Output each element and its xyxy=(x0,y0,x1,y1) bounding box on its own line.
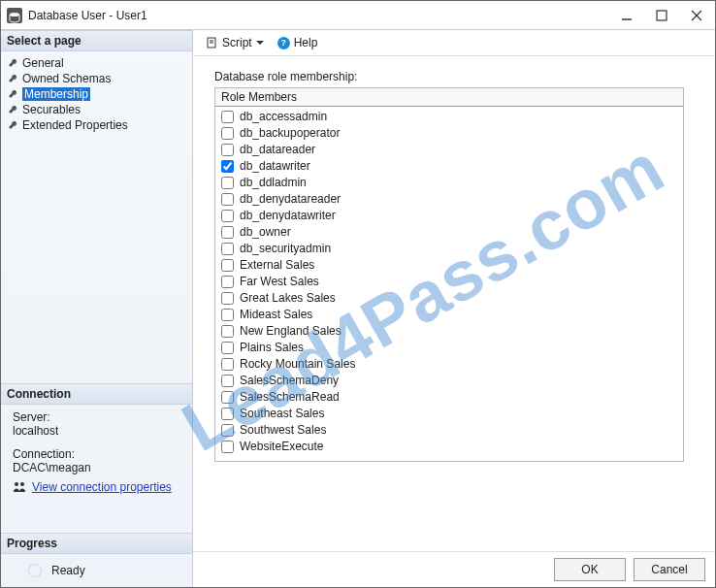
connection-label: Connection: xyxy=(13,447,184,461)
dialog-footer: OK Cancel xyxy=(193,551,715,587)
help-button[interactable]: ? Help xyxy=(274,34,322,51)
svg-point-5 xyxy=(15,482,18,486)
role-label: db_denydatawriter xyxy=(240,208,336,224)
role-checkbox[interactable] xyxy=(221,441,234,453)
cancel-button[interactable]: Cancel xyxy=(634,558,705,581)
role-row[interactable]: db_ddladmin xyxy=(219,175,679,191)
role-row[interactable]: Far West Sales xyxy=(219,274,679,290)
role-checkbox[interactable] xyxy=(221,276,234,288)
role-checkbox[interactable] xyxy=(221,325,234,338)
role-checkbox[interactable] xyxy=(221,358,234,371)
role-checkbox[interactable] xyxy=(221,243,234,255)
role-label: db_backupoperator xyxy=(240,125,340,142)
wrench-icon xyxy=(9,120,18,130)
role-row[interactable]: Plains Sales xyxy=(219,340,679,356)
view-connection-properties-link[interactable]: View connection properties xyxy=(32,480,172,494)
role-label: db_ddladmin xyxy=(240,175,307,191)
role-checkbox[interactable] xyxy=(221,193,234,206)
pages-section-title: Select a page xyxy=(1,30,192,51)
progress-panel: Ready xyxy=(1,554,192,587)
role-label: New England Sales xyxy=(240,323,342,340)
script-button[interactable]: Script xyxy=(203,34,268,51)
role-label: SalesSchemaRead xyxy=(240,389,340,406)
progress-section-title: Progress xyxy=(1,533,192,554)
role-row[interactable]: db_datareader xyxy=(219,142,679,158)
page-item-label: Securables xyxy=(22,103,81,116)
role-checkbox[interactable] xyxy=(221,408,234,420)
role-row[interactable]: Rocky Mountain Sales xyxy=(219,356,679,373)
role-label: WebsiteExecute xyxy=(240,439,324,455)
role-label: Rocky Mountain Sales xyxy=(240,356,355,373)
dialog-body: Select a page GeneralOwned SchemasMember… xyxy=(1,30,715,587)
server-value: localhost xyxy=(13,424,184,438)
progress-spinner-icon xyxy=(28,564,42,577)
role-label: db_denydatareader xyxy=(240,191,341,208)
page-item-label: Membership xyxy=(22,87,90,101)
sidebar: Select a page GeneralOwned SchemasMember… xyxy=(1,30,193,587)
page-item-extended-properties[interactable]: Extended Properties xyxy=(7,117,186,133)
role-checkbox[interactable] xyxy=(221,375,234,387)
window-title: Database User - User1 xyxy=(28,9,618,22)
role-checkbox[interactable] xyxy=(221,342,234,354)
pages-list: GeneralOwned SchemasMembershipSecurables… xyxy=(1,51,192,143)
role-row[interactable]: Great Lakes Sales xyxy=(219,290,679,307)
connection-section-title: Connection xyxy=(1,383,192,405)
wrench-icon xyxy=(9,74,18,83)
content-area: Database role membership: Role Members d… xyxy=(193,56,715,551)
page-item-securables[interactable]: Securables xyxy=(7,102,186,117)
role-row[interactable]: db_securityadmin xyxy=(219,241,679,257)
role-checkbox[interactable] xyxy=(221,144,234,156)
maximize-button[interactable] xyxy=(653,7,670,24)
role-checkbox[interactable] xyxy=(221,160,234,173)
role-list-header: Role Members xyxy=(214,87,684,107)
role-row[interactable]: Southeast Sales xyxy=(219,406,679,422)
role-list: Role Members db_accessadmindb_backupoper… xyxy=(214,87,684,462)
role-checkbox[interactable] xyxy=(221,424,234,437)
page-item-owned-schemas[interactable]: Owned Schemas xyxy=(7,71,186,86)
role-label: db_datareader xyxy=(240,142,315,158)
role-row[interactable]: db_denydatawriter xyxy=(219,208,679,224)
role-row[interactable]: db_datawriter xyxy=(219,158,679,175)
role-label: db_datawriter xyxy=(240,158,310,175)
role-checkbox[interactable] xyxy=(221,177,234,189)
role-checkbox[interactable] xyxy=(221,127,234,140)
role-checkbox[interactable] xyxy=(221,391,234,404)
role-row[interactable]: db_backupoperator xyxy=(219,125,679,142)
minimize-button[interactable] xyxy=(618,7,635,24)
role-row[interactable]: db_owner xyxy=(219,224,679,241)
role-row[interactable]: Southwest Sales xyxy=(219,422,679,439)
role-label: db_securityadmin xyxy=(240,241,331,257)
role-row[interactable]: External Sales xyxy=(219,257,679,274)
role-row[interactable]: Mideast Sales xyxy=(219,307,679,323)
dialog-window: Database User - User1 Select a page Gene… xyxy=(0,0,716,588)
role-checkbox[interactable] xyxy=(221,210,234,222)
ok-button[interactable]: OK xyxy=(554,558,626,581)
toolbar: Script ? Help xyxy=(193,30,715,56)
role-label: Southwest Sales xyxy=(240,422,326,439)
chevron-down-icon xyxy=(256,39,264,47)
titlebar: Database User - User1 xyxy=(1,1,715,30)
script-label: Script xyxy=(222,36,252,49)
role-row[interactable]: db_accessadmin xyxy=(219,109,679,125)
role-label: Far West Sales xyxy=(240,274,319,290)
connection-value: DCAC\meagan xyxy=(13,461,184,474)
close-button[interactable] xyxy=(688,7,705,24)
progress-status: Ready xyxy=(51,564,85,577)
role-row[interactable]: db_denydatareader xyxy=(219,191,679,208)
role-checkbox[interactable] xyxy=(221,226,234,239)
wrench-icon xyxy=(9,89,18,99)
role-row[interactable]: SalesSchemaDeny xyxy=(219,373,679,389)
script-icon xyxy=(207,37,218,49)
role-row[interactable]: New England Sales xyxy=(219,323,679,340)
wrench-icon xyxy=(9,58,18,68)
role-checkbox[interactable] xyxy=(221,111,234,123)
role-row[interactable]: WebsiteExecute xyxy=(219,439,679,455)
svg-point-0 xyxy=(10,13,19,16)
role-checkbox[interactable] xyxy=(221,259,234,272)
role-row[interactable]: SalesSchemaRead xyxy=(219,389,679,406)
help-label: Help xyxy=(294,36,318,49)
page-item-membership[interactable]: Membership xyxy=(7,86,186,102)
role-checkbox[interactable] xyxy=(221,309,234,321)
role-checkbox[interactable] xyxy=(221,292,234,305)
page-item-general[interactable]: General xyxy=(7,55,186,71)
